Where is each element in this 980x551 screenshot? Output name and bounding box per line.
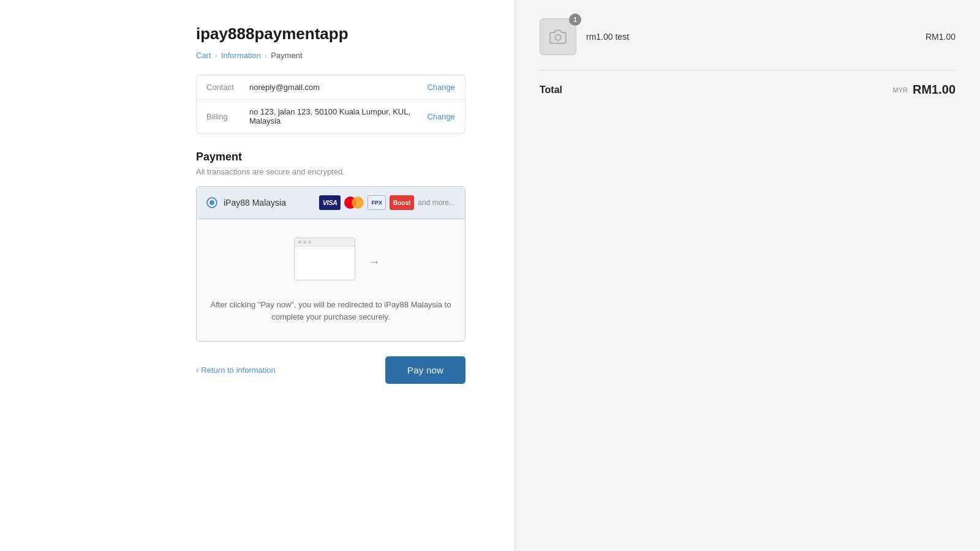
payment-title: Payment [196,151,466,163]
billing-change-link[interactable]: Change [427,112,455,121]
product-image-wrap: 1 [540,18,576,55]
payment-option-header[interactable]: iPay88 Malaysia VISA FPX Boost and more.… [197,187,465,219]
contact-label: Contact [206,83,249,92]
payment-subtitle: All transactions are secure and encrypte… [196,167,466,176]
browser-window [294,238,355,280]
divider [540,70,956,70]
mastercard-icon [344,197,364,209]
dot-1 [298,241,301,244]
billing-label: Billing [206,112,249,121]
visa-icon: VISA [319,195,341,210]
dot-3 [308,241,311,244]
separator-1: › [215,51,217,60]
store-title: ipay888paymentapp [196,24,466,43]
total-row: Total MYR RM1.00 [540,75,956,104]
total-label: Total [540,84,562,96]
boost-icon: Boost [390,195,414,210]
left-panel: ipay888paymentapp Cart › Information › P… [0,0,514,551]
right-panel: 1 rm1.00 test RM1.00 Total MYR RM1.00 [514,0,980,551]
contact-row: Contact noreply@gmail.com Change [197,75,465,100]
redirect-illustration: → [294,238,368,287]
product-price: RM1.00 [925,32,956,42]
breadcrumb-cart[interactable]: Cart [196,51,211,60]
redirect-text: After clicking "Pay now", you will be re… [209,299,453,323]
breadcrumb-information[interactable]: Information [221,51,261,60]
camera-icon [549,28,567,45]
payment-option-container: iPay88 Malaysia VISA FPX Boost and more.… [196,186,466,342]
payment-redirect-area: → After clicking "Pay now", you will be … [197,219,465,341]
order-item: 1 rm1.00 test RM1.00 [540,18,956,55]
chevron-left-icon: ‹ [196,365,198,375]
product-badge: 1 [569,13,581,26]
contact-change-link[interactable]: Change [427,83,455,92]
and-more-text: and more... [418,198,455,207]
fpx-icon: FPX [368,195,386,210]
product-name: rm1.00 test [586,32,916,42]
total-right: MYR RM1.00 [893,83,956,97]
contact-value: noreply@gmail.com [249,83,427,92]
breadcrumb-current: Payment [271,51,302,60]
actions-row: ‹ Return to information Pay now [196,356,466,384]
arrow-right-icon: → [369,256,380,269]
billing-row: Billing no 123, jalan 123, 50100 Kuala L… [197,100,465,133]
dot-2 [303,241,306,244]
browser-titlebar [295,238,355,247]
currency-badge: MYR [893,86,908,94]
pay-now-button[interactable]: Pay now [385,356,466,384]
total-amount: RM1.00 [913,83,956,97]
svg-point-0 [555,35,560,40]
billing-value: no 123, jalan 123, 50100 Kuala Lumpur, K… [249,107,427,126]
return-to-information-link[interactable]: ‹ Return to information [196,365,276,375]
separator-2: › [265,51,267,60]
payment-option-name: iPay88 Malaysia [206,197,286,208]
breadcrumb: Cart › Information › Payment [196,51,466,60]
info-table: Contact noreply@gmail.com Change Billing… [196,75,466,133]
return-link-label: Return to information [201,365,275,375]
payment-icons: VISA FPX Boost and more... [319,195,455,210]
